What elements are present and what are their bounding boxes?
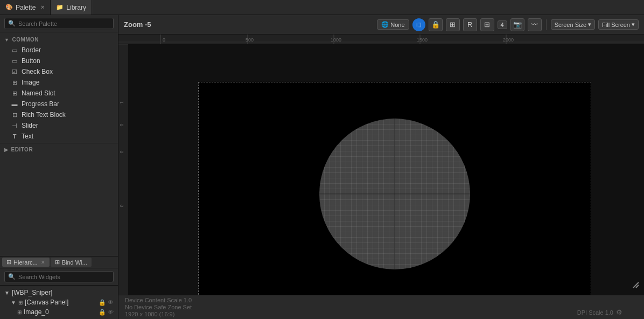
toolbar-left: Zoom -5 bbox=[124, 20, 151, 29]
canvas-frame bbox=[198, 82, 591, 295]
r-label: R bbox=[467, 20, 472, 29]
screen-size-select[interactable]: Screen Size ▾ bbox=[551, 19, 595, 30]
status-line3: 1920 x 1080 (16:9) bbox=[125, 311, 174, 317]
text-icon: T bbox=[11, 133, 18, 140]
grid-btn[interactable]: ⊞ bbox=[446, 18, 460, 31]
screen-size-label: Screen Size bbox=[555, 22, 586, 28]
grid2-icon: ⊞ bbox=[484, 20, 490, 29]
svg-text:0: 0 bbox=[119, 123, 124, 126]
checkbox-icon: ☑ bbox=[11, 68, 18, 75]
slider-icon: ⊣ bbox=[11, 122, 18, 129]
canvas-panel-eye-icon[interactable]: 👁 bbox=[108, 299, 114, 306]
wave-btn[interactable]: 〰 bbox=[528, 18, 542, 31]
palette-item-slider[interactable]: ⊣ Slider bbox=[0, 120, 118, 131]
palette-icon: 🎨 bbox=[5, 4, 13, 11]
tab-palette[interactable]: 🎨 Palette ✕ bbox=[0, 0, 51, 15]
tree-canvas-panel-label: [Canvas Panel] bbox=[25, 299, 68, 306]
fill-screen-label: Fill Screen bbox=[602, 22, 630, 28]
palette-item-text-label: Text bbox=[22, 133, 33, 140]
number-badge-value: 4 bbox=[501, 22, 504, 28]
camera-icon: 📷 bbox=[513, 20, 522, 29]
widget-tabs: ⊞ Hierarc... ✕ ⊞ Bind Wi... bbox=[0, 256, 118, 268]
search-bar: 🔍 bbox=[0, 15, 118, 32]
palette-item-named-slot[interactable]: ⊞ Named Slot bbox=[0, 88, 118, 99]
tab-hierarchy[interactable]: ⊞ Hierarc... ✕ bbox=[2, 258, 50, 267]
tab-palette-close[interactable]: ✕ bbox=[40, 4, 45, 10]
palette-item-checkbox-label: Check Box bbox=[22, 68, 53, 75]
toolbar: Zoom -5 🌐 None ⬚ 🔒 ⊞ bbox=[118, 15, 644, 34]
tree-canvas-panel[interactable]: ▼ ⊞ [Canvas Panel] 🔒 👁 bbox=[0, 297, 118, 307]
toolbar-divider bbox=[546, 19, 547, 30]
root-arrow-icon: ▼ bbox=[4, 290, 10, 296]
editor-section: ⊞ Hierarc... ✕ ⊞ Bind Wi... 🔍 bbox=[0, 256, 118, 319]
tree-image-0[interactable]: ⊞ Image_0 🔒 👁 bbox=[0, 307, 118, 317]
sidebar-divider bbox=[0, 143, 118, 143]
palette-item-border[interactable]: ▭ Border bbox=[0, 45, 118, 56]
palette-item-rich-text[interactable]: ⊡ Rich Text Block bbox=[0, 109, 118, 120]
grid-icon: ⊞ bbox=[450, 20, 456, 29]
border-icon: ▭ bbox=[11, 47, 18, 54]
tab-hierarchy-close[interactable]: ✕ bbox=[41, 260, 45, 265]
rich-text-icon: ⊡ bbox=[11, 112, 18, 119]
wave-icon: 〰 bbox=[531, 20, 538, 29]
named-slot-icon: ⊞ bbox=[11, 90, 18, 97]
section-common-label: COMMON bbox=[12, 37, 39, 43]
section-editor-label: EDITOR bbox=[11, 147, 33, 152]
status-line1: Device Content Scale 1.0 bbox=[125, 297, 192, 303]
ruler-h-svg: 0 500 1000 1500 2000 bbox=[118, 34, 644, 44]
svg-text:-1: -1 bbox=[119, 101, 124, 106]
hierarchy-tree: ▼ [WBP_Sniper] ▼ ⊞ [Canvas Panel] 🔒 👁 ⊞ bbox=[0, 286, 118, 319]
screen-icon: ⬚ bbox=[416, 22, 421, 27]
ruler-horizontal: 0 500 1000 1500 2000 bbox=[118, 34, 644, 44]
widget-search-wrap: 🔍 bbox=[4, 271, 114, 282]
tab-library[interactable]: 📁 Library bbox=[51, 0, 92, 15]
camera-btn[interactable]: 📷 bbox=[510, 18, 524, 31]
widget-search: 🔍 bbox=[0, 268, 118, 286]
common-arrow-icon: ▼ bbox=[4, 37, 9, 43]
dpi-label: DPI Scale 1.0 bbox=[577, 309, 613, 316]
editor-arrow-icon: ▶ bbox=[4, 147, 9, 152]
tree-root[interactable]: ▼ [WBP_Sniper] bbox=[0, 288, 118, 297]
section-common[interactable]: ▼ COMMON bbox=[0, 34, 118, 45]
image-0-lock-icon[interactable]: 🔒 bbox=[99, 309, 106, 316]
tab-bind[interactable]: ⊞ Bind Wi... bbox=[51, 258, 92, 267]
r-btn[interactable]: R bbox=[463, 18, 477, 31]
screen-btn[interactable]: ⬚ bbox=[412, 18, 425, 31]
svg-text:0: 0 bbox=[119, 204, 124, 207]
search-palette-input[interactable] bbox=[18, 20, 110, 27]
screen-size-chevron-icon: ▾ bbox=[588, 21, 591, 28]
palette-item-slider-label: Slider bbox=[22, 122, 38, 129]
tab-bind-icon: ⊞ bbox=[55, 259, 60, 266]
image-0-type-icon: ⊞ bbox=[17, 309, 22, 315]
dpi-gear-icon[interactable]: ⚙ bbox=[616, 308, 622, 316]
library-icon: 📁 bbox=[56, 4, 64, 11]
palette-item-text[interactable]: T Text bbox=[0, 131, 118, 142]
palette-item-image[interactable]: ⊞ Image bbox=[0, 77, 118, 88]
canvas-panel-lock-icon[interactable]: 🔒 bbox=[99, 299, 106, 306]
tab-bind-label: Bind Wi... bbox=[62, 259, 87, 266]
tab-hierarchy-label: Hierarc... bbox=[13, 259, 38, 266]
tree-root-label: [WBP_Sniper] bbox=[12, 289, 52, 296]
grid2-btn[interactable]: ⊞ bbox=[480, 18, 494, 31]
canvas-row: -1 0 0 0 bbox=[118, 44, 644, 295]
palette-item-button[interactable]: ▭ Button bbox=[0, 56, 118, 66]
palette-item-checkbox[interactable]: ☑ Check Box bbox=[0, 66, 118, 77]
fill-screen-select[interactable]: Fill Screen ▾ bbox=[598, 19, 639, 30]
dpi-badge: DPI Scale 1.0 ⚙ bbox=[577, 308, 622, 316]
palette-item-progress-bar-label: Progress Bar bbox=[22, 100, 59, 108]
lock-btn[interactable]: 🔒 bbox=[429, 18, 443, 31]
section-editor[interactable]: ▶ EDITOR bbox=[0, 144, 118, 155]
widget-search-icon: 🔍 bbox=[8, 273, 16, 280]
palette-item-progress-bar[interactable]: ▬ Progress Bar bbox=[0, 99, 118, 109]
canvas-viewport[interactable] bbox=[128, 44, 644, 295]
image-0-eye-icon[interactable]: 👁 bbox=[108, 309, 114, 316]
globe-btn[interactable]: 🌐 None bbox=[377, 19, 409, 30]
status-bar: Device Content Scale 1.0 No Device Safe … bbox=[118, 295, 644, 319]
widget-search-input[interactable] bbox=[18, 274, 110, 280]
canvas-panel-actions: 🔒 👁 bbox=[99, 299, 114, 306]
fill-screen-chevron-icon: ▾ bbox=[632, 21, 635, 28]
palette-list: ▼ COMMON ▭ Border ▭ Button ☑ Check Box ⊞… bbox=[0, 32, 118, 256]
toolbar-right: 🌐 None ⬚ 🔒 ⊞ R bbox=[377, 18, 639, 31]
resize-handle-icon[interactable] bbox=[629, 278, 640, 290]
status-line2: No Device Safe Zone Set bbox=[125, 304, 192, 310]
